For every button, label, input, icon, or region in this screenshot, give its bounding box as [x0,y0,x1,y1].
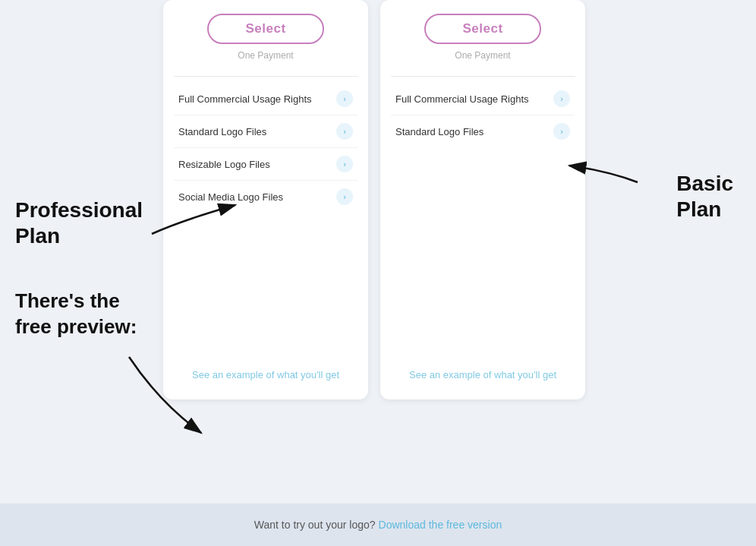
feature-list-basic: Full Commercial Usage Rights › Standard … [380,83,585,147]
chevron-right-icon: › [336,156,353,172]
feature-item: Full Commercial Usage Rights › [391,83,575,115]
card-footer-professional: See an example of what you'll get [163,352,368,384]
feature-item: Standard Logo Files › [391,115,575,147]
one-payment-label-professional: One Payment [238,50,293,61]
professional-plan-card: Select One Payment Full Commercial Usage… [163,0,368,399]
cards-row: Select One Payment Full Commercial Usage… [163,0,585,399]
select-button-basic[interactable]: Select [424,14,540,44]
chevron-right-icon: › [553,90,570,107]
basic-plan-card: Select One Payment Full Commercial Usage… [380,0,585,399]
chevron-right-icon: › [553,123,570,140]
feature-text: Full Commercial Usage Rights [395,93,529,105]
chevron-right-icon: › [336,123,353,140]
feature-text: Social Media Logo Files [178,191,283,203]
professional-plan-label: ProfessionalPlan [15,197,143,248]
feature-item: Social Media Logo Files › [174,181,358,213]
example-link-professional[interactable]: See an example of what you'll get [192,369,339,380]
feature-item: Full Commercial Usage Rights › [174,83,358,115]
card-top-professional: Select One Payment [163,0,368,68]
example-link-basic[interactable]: See an example of what you'll get [409,369,556,380]
feature-text: Resizable Logo Files [178,159,270,170]
page-wrapper: Select One Payment Full Commercial Usage… [0,0,756,546]
download-free-link[interactable]: Download the free version [379,519,502,531]
feature-item: Resizable Logo Files › [174,148,358,181]
card-divider-professional [174,76,358,77]
chevron-right-icon: › [336,188,353,205]
feature-text: Full Commercial Usage Rights [178,93,312,105]
card-footer-basic: See an example of what you'll get [380,352,585,384]
feature-list-professional: Full Commercial Usage Rights › Standard … [163,83,368,213]
basic-plan-label: BasicPlan [676,171,733,222]
free-preview-label: There's thefree preview: [15,289,137,340]
feature-text: Standard Logo Files [395,126,484,137]
card-divider-basic [391,76,575,77]
card-top-basic: Select One Payment [380,0,585,68]
select-button-professional[interactable]: Select [207,14,323,44]
one-payment-label-basic: One Payment [455,50,510,61]
bottom-bar-text: Want to try out your logo? [254,519,376,531]
chevron-right-icon: › [336,90,353,107]
feature-text: Standard Logo Files [178,126,266,137]
bottom-bar: Want to try out your logo? Download the … [0,503,756,546]
feature-item: Standard Logo Files › [174,115,358,148]
